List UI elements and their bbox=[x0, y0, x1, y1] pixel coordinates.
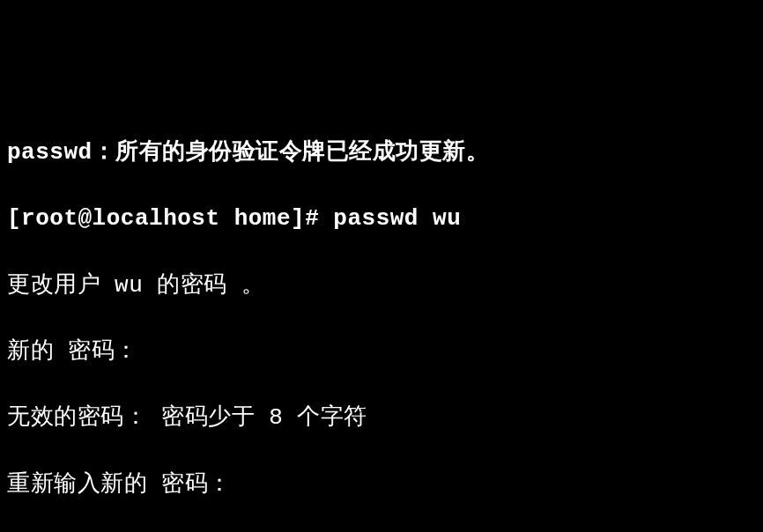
shell-prompt: [root@localhost home]# bbox=[7, 205, 333, 232]
terminal-output-line: 更改用户 wu 的密码 。 bbox=[7, 270, 756, 303]
terminal-line: [root@localhost home]# passwd wu bbox=[7, 203, 756, 236]
command-passwd-wu: passwd wu bbox=[333, 205, 461, 232]
terminal-output-line: 新的 密码： bbox=[7, 336, 756, 369]
terminal-output-line: 无效的密码： 密码少于 8 个字符 bbox=[7, 402, 756, 435]
terminal-output-line: passwd：所有的身份验证令牌已经成功更新。 bbox=[7, 137, 756, 170]
terminal-output-line: 重新输入新的 密码： bbox=[7, 469, 756, 502]
